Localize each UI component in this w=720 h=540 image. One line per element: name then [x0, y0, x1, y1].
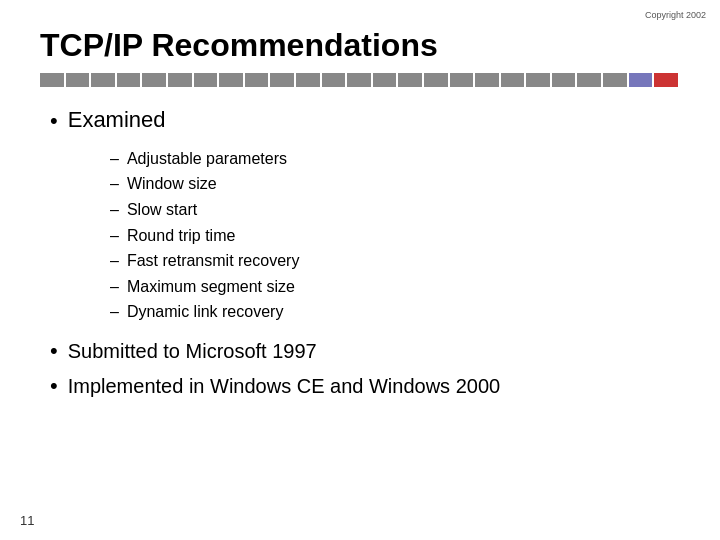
divider-segment	[450, 73, 474, 87]
bottom-bullet-text: Implemented in Windows CE and Windows 20…	[68, 372, 500, 400]
divider-segment	[373, 73, 397, 87]
content-area: • Examined –Adjustable parameters–Window…	[0, 87, 720, 416]
bullet-dot-examined: •	[50, 107, 58, 136]
copyright-text: Copyright 2002	[645, 10, 706, 20]
examined-bullet: • Examined	[50, 107, 670, 136]
divider-segment	[629, 73, 653, 87]
sub-item: –Round trip time	[110, 223, 670, 249]
bottom-bullets-list: •Submitted to Microsoft 1997•Implemented…	[50, 337, 670, 400]
divider-segment	[66, 73, 90, 87]
divider-segment	[424, 73, 448, 87]
sub-item-text: Adjustable parameters	[127, 146, 287, 172]
sub-item: –Fast retransmit recovery	[110, 248, 670, 274]
divider-segment	[552, 73, 576, 87]
sub-item: –Maximum segment size	[110, 274, 670, 300]
divider-segment	[270, 73, 294, 87]
divider-segment	[117, 73, 141, 87]
divider-segment	[91, 73, 115, 87]
divider-segment	[347, 73, 371, 87]
divider-segment	[475, 73, 499, 87]
sub-item: –Window size	[110, 171, 670, 197]
sub-item-text: Dynamic link recovery	[127, 299, 283, 325]
sub-item-text: Slow start	[127, 197, 197, 223]
dash-icon: –	[110, 299, 119, 325]
sub-items-list: –Adjustable parameters–Window size–Slow …	[110, 146, 670, 325]
dash-icon: –	[110, 248, 119, 274]
divider-segment	[296, 73, 320, 87]
divider-segment	[398, 73, 422, 87]
divider-segment	[168, 73, 192, 87]
dash-icon: –	[110, 197, 119, 223]
divider-segment	[603, 73, 627, 87]
bottom-bullet-text: Submitted to Microsoft 1997	[68, 337, 317, 365]
divider-segment	[245, 73, 269, 87]
bullet-dot-bottom: •	[50, 337, 58, 366]
sub-item-text: Window size	[127, 171, 217, 197]
sub-item-text: Fast retransmit recovery	[127, 248, 299, 274]
sub-item: –Slow start	[110, 197, 670, 223]
sub-item-text: Round trip time	[127, 223, 236, 249]
page-number: 11	[20, 513, 34, 528]
sub-item: –Dynamic link recovery	[110, 299, 670, 325]
bullet-dot-bottom: •	[50, 372, 58, 401]
divider-segment	[40, 73, 64, 87]
divider-bar	[40, 73, 680, 87]
divider-segment	[654, 73, 678, 87]
examined-label: Examined	[68, 107, 166, 133]
slide: Copyright 2002 TCP/IP Recommendations • …	[0, 0, 720, 540]
dash-icon: –	[110, 223, 119, 249]
dash-icon: –	[110, 146, 119, 172]
dash-icon: –	[110, 274, 119, 300]
sub-item: –Adjustable parameters	[110, 146, 670, 172]
divider-segment	[526, 73, 550, 87]
divider-segment	[501, 73, 525, 87]
sub-item-text: Maximum segment size	[127, 274, 295, 300]
divider-segment	[194, 73, 218, 87]
bottom-bullet-item: •Implemented in Windows CE and Windows 2…	[50, 372, 670, 401]
dash-icon: –	[110, 171, 119, 197]
divider-segment	[577, 73, 601, 87]
slide-title: TCP/IP Recommendations	[0, 0, 720, 63]
divider-segment	[219, 73, 243, 87]
bottom-bullet-item: •Submitted to Microsoft 1997	[50, 337, 670, 366]
divider-segment	[142, 73, 166, 87]
divider-segment	[322, 73, 346, 87]
